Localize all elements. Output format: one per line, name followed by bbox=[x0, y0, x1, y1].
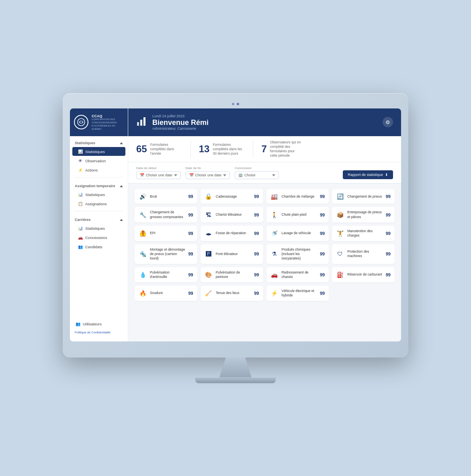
sidebar-section-header-carrieres[interactable]: Carrières bbox=[70, 216, 128, 223]
sidebar-item-label-concessions: Concessions bbox=[85, 235, 107, 240]
card-item[interactable]: 💧 Pulvérisation d'antirouille 99 bbox=[135, 267, 197, 282]
card-count-8: 99 bbox=[188, 231, 193, 236]
logo-circle bbox=[74, 115, 88, 129]
date-fin-label: Date de fin bbox=[186, 166, 230, 170]
card-count-20: 99 bbox=[188, 291, 193, 296]
sidebar-item-candidats[interactable]: 👥 Candidats bbox=[72, 242, 125, 251]
card-item[interactable]: 🔄 Changement de pneus 99 bbox=[332, 189, 395, 204]
card-label-6: Chute plain-pied bbox=[282, 212, 317, 217]
filter-concession: Concession 🏢 Choisir bbox=[235, 166, 279, 179]
card-icon-11: 🏋 bbox=[336, 229, 344, 237]
card-count-2: 99 bbox=[320, 194, 325, 199]
card-item[interactable]: 🏭 Chambre de mélange 99 bbox=[266, 189, 329, 204]
card-count-3: 99 bbox=[386, 194, 391, 199]
header-text: Lundi 24 juillet 2023 Bienvenue Rémi Adm… bbox=[152, 114, 209, 131]
sidebar-item-concessions[interactable]: 🚗 Concessions bbox=[72, 233, 125, 242]
gear-icon: ⚙ bbox=[385, 119, 390, 125]
card-count-15: 99 bbox=[386, 251, 391, 256]
filter-date-debut: Date de début 📅 Choisir une date bbox=[136, 166, 181, 179]
report-button[interactable]: Rapport de statistique ⬇ bbox=[343, 170, 393, 179]
sidebar-item-label-candidats: Candidats bbox=[85, 245, 102, 249]
card-item[interactable]: 🅿 Pont élévateur 99 bbox=[201, 244, 263, 264]
sidebar-section-header-assignation[interactable]: Assignation temporaire bbox=[70, 182, 128, 190]
card-count-9: 99 bbox=[254, 231, 259, 236]
chart-icon-2: 📊 bbox=[78, 192, 83, 197]
card-count-11: 99 bbox=[386, 231, 391, 236]
sidebar-item-actions[interactable]: ⚡ Actions bbox=[72, 165, 125, 174]
card-item[interactable]: ⚡ Véhicule électrique et hybride 99 bbox=[266, 286, 329, 301]
card-icon-17: 🎨 bbox=[205, 271, 213, 279]
stat-item-monthly: 13 Formulaires complétés dans les 30 der… bbox=[199, 140, 254, 158]
sidebar-item-assignation-stats[interactable]: 📊 Statistiques bbox=[72, 190, 125, 199]
card-icon-9: 🕳 bbox=[205, 229, 213, 237]
card-icon-12: 🔩 bbox=[139, 250, 147, 258]
sidebar-bottom: 👥 Utilisateurs Politique de Confidential… bbox=[70, 317, 128, 337]
card-item[interactable]: 🎨 Pulvérisation de peinture 99 bbox=[201, 267, 263, 282]
sidebar-item-label-actions: Actions bbox=[85, 168, 98, 172]
sidebar-divider-2 bbox=[74, 211, 124, 211]
monitor-stand-neck bbox=[219, 358, 252, 378]
card-label-19: Réservoir de carburant bbox=[347, 272, 383, 277]
card-item[interactable]: 🚶 Chute plain-pied 99 bbox=[266, 207, 329, 222]
settings-button[interactable]: ⚙ bbox=[383, 117, 393, 127]
filter-date-fin: Date de fin 📅 Choisir une date bbox=[186, 166, 230, 179]
card-item[interactable]: 🚿 Lavage de véhicule 99 bbox=[266, 226, 329, 241]
stat-number-65: 65 bbox=[136, 143, 147, 155]
date-fin-select[interactable]: 📅 Choisir une date bbox=[186, 171, 230, 179]
card-item[interactable]: 🕳 Fosse de réparation 99 bbox=[201, 226, 263, 241]
card-count-21: 99 bbox=[254, 291, 259, 296]
card-icon-4: 🔧 bbox=[139, 211, 147, 219]
card-item[interactable]: 🔧 Changement de grosses composantes 99 bbox=[135, 207, 197, 222]
card-item[interactable]: 🚗 Redressement de chassis 99 bbox=[266, 267, 329, 282]
main-content: Lundi 24 juillet 2023 Bienvenue Rémi Adm… bbox=[128, 108, 401, 341]
card-item[interactable]: 🛡 Protection des machines 99 bbox=[332, 244, 395, 264]
card-item[interactable]: 📦 Entreposage de pneus et pièces 99 bbox=[332, 207, 395, 222]
eye-icon: 👁 bbox=[78, 158, 83, 163]
sidebar-item-statistiques[interactable]: 📊 Statistiques bbox=[72, 147, 125, 156]
card-item[interactable]: 🔒 Cadenassage 99 bbox=[201, 189, 263, 204]
date-debut-select[interactable]: 📅 Choisir une date bbox=[136, 171, 181, 179]
card-label-4: Changement de grosses composantes bbox=[150, 210, 185, 219]
card-count-19: 99 bbox=[386, 272, 391, 277]
card-item[interactable]: 🦺 EPI 99 bbox=[135, 226, 197, 241]
card-item[interactable]: 🧹 Tenue des lieux 99 bbox=[201, 286, 263, 301]
card-icon-6: 🚶 bbox=[270, 211, 279, 219]
download-icon: ⬇ bbox=[385, 173, 388, 177]
card-item[interactable]: ⛽ Réservoir de carburant 99 bbox=[332, 267, 395, 282]
concession-select-icon: 🏢 bbox=[238, 173, 243, 177]
candidats-icon: 👥 bbox=[78, 244, 83, 249]
card-item[interactable]: 🔩 Montage et démontage de pneus (camion … bbox=[135, 244, 197, 264]
logo-text-group: CCAQ CORPORATION DESCONCESSIONNAIRESD'AU… bbox=[92, 114, 117, 131]
stat-item-observers: 7 Observateurs qui on complété des formu… bbox=[261, 140, 310, 158]
svg-point-0 bbox=[78, 118, 85, 126]
header-chart-icon bbox=[136, 116, 147, 128]
sidebar-item-carrieres-stats[interactable]: 📊 Statistiques bbox=[72, 224, 125, 233]
monitor: CCAQ CORPORATION DESCONCESSIONNAIRESD'AU… bbox=[63, 93, 408, 383]
header-subtitle: Administrateur, Carrosserie bbox=[152, 127, 209, 131]
card-item[interactable]: ⚗ Produits chimiques (incluant les isocy… bbox=[266, 244, 329, 264]
card-item[interactable]: 🏋 Manutention des charges 99 bbox=[332, 226, 395, 241]
card-item[interactable]: 🔥 Soudure 99 bbox=[135, 286, 197, 301]
card-count-17: 99 bbox=[254, 272, 259, 277]
sidebar-section-label-carrieres: Carrières bbox=[75, 218, 91, 222]
sidebar-section-header-statistiques[interactable]: Statistiques bbox=[70, 139, 128, 147]
chart-icon-3: 📊 bbox=[78, 226, 83, 231]
card-icon-5: 🏗 bbox=[205, 211, 213, 219]
sidebar-privacy-link[interactable]: Politique de Confidentialité bbox=[75, 331, 123, 334]
card-count-4: 99 bbox=[188, 212, 193, 217]
sidebar-item-observation[interactable]: 👁 Observation bbox=[72, 156, 125, 165]
chevron-down-icon-3 bbox=[272, 174, 275, 176]
header-title: Bienvenue Rémi bbox=[152, 119, 209, 127]
card-label-20: Soudure bbox=[150, 291, 185, 295]
card-item[interactable]: 🔊 Bruit 99 bbox=[135, 189, 197, 204]
card-count-16: 99 bbox=[188, 272, 193, 277]
card-icon-16: 💧 bbox=[139, 271, 147, 279]
sidebar-item-label-assignation-stats: Statistiques bbox=[85, 192, 105, 197]
stat-number-7: 7 bbox=[261, 143, 266, 155]
concession-select[interactable]: 🏢 Choisir bbox=[235, 171, 279, 179]
sidebar-item-assignations[interactable]: 📋 Assignations bbox=[72, 199, 125, 208]
card-icon-2: 🏭 bbox=[270, 192, 279, 200]
card-item[interactable]: 🏗 Chariot élévateur 99 bbox=[201, 207, 263, 222]
sidebar-item-utilisateurs[interactable]: 👥 Utilisateurs bbox=[75, 320, 123, 328]
card-label-13: Pont élévateur bbox=[216, 252, 251, 256]
